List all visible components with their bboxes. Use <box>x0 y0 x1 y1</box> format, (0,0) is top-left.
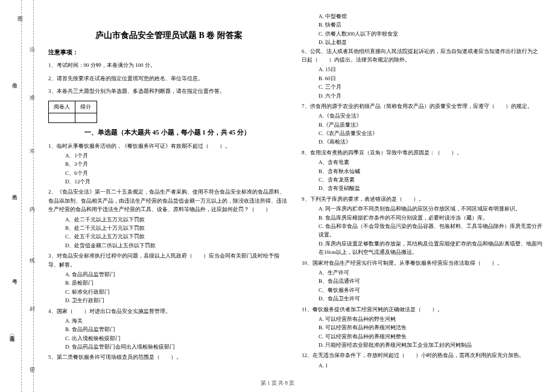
option: C. 食品和非食品（不会导致食品污染的食品容器、包装材料、工具等物品除外）库房无… <box>302 222 543 239</box>
question-11: 11、餐饮服务提供者加工经营河鲀的正确做法是（ ）。 <box>302 305 543 314</box>
binding-margin: 图 沿 单位 准 不 姓名 内 线 考号 封 市（区县） 密 <box>0 0 42 392</box>
option: B.《产品质量法》 <box>302 121 543 129</box>
option: A. 中型餐馆 <box>302 12 543 21</box>
option: A、生产许可 <box>302 268 543 277</box>
option: A. 可以经营所有品种的野生河鲀 <box>302 315 543 323</box>
left-questions: 1、临时从事餐饮服务活动的，《餐饮服务许可证》有效期不超过（ ）。A、1个月B、… <box>48 142 290 365</box>
notice-header: 注意事项： <box>48 48 290 57</box>
option: A、处二千元以上五万元以下罚款 <box>48 215 290 224</box>
option: D、处货值金额二倍以上五倍以下罚款 <box>48 241 290 250</box>
option: C. 可以经营所有品种的养殖河鲀整鱼 <box>302 332 543 341</box>
option: A.《食品安全法》 <box>302 112 543 120</box>
score-blank2 <box>75 113 97 122</box>
question-3: 3、对食品安全标准执行过程中的问题，县级以上人民政府（ ）应当会同有关部门及时给… <box>48 251 290 269</box>
page-footer: 第 1 页 共 8 页 <box>0 379 555 387</box>
option: A. 食品药品监管部门 <box>48 270 290 279</box>
option: C. 供餐人数300人以下的学校食堂 <box>302 30 543 38</box>
option: A. 15日 <box>302 65 543 74</box>
notice-2: 2、请首先按要求在试卷的指定位置填写您的姓名、单位等信息。 <box>48 75 290 83</box>
question-1: 1、临时从事餐饮服务活动的，《餐饮服务许可证》有效期不超过（ ）。 <box>48 142 290 150</box>
question-5: 5、第二类餐饮服务许可现场核查员的范围是（ ）。 <box>48 353 290 361</box>
option: A. 1 <box>302 361 543 370</box>
option: C、餐饮服务许可 <box>302 286 543 294</box>
option: B、处二千元以上十万元以下罚款 <box>48 224 290 232</box>
right-column: A. 中型餐馆B. 快餐店C. 供餐人数300人以下的学校食堂D. 以上都是6、… <box>302 12 543 371</box>
option: D. 六个月 <box>302 92 543 100</box>
option: C、含有龙葵素 <box>302 175 543 184</box>
option: A. 同一库房内贮存不同类别食品和物品的应区分存放区域，不同区域应有明显标识。 <box>302 204 543 213</box>
score-table: 阅卷人 得分 <box>48 101 97 123</box>
option: C.《农产品质量安全法》 <box>302 129 543 138</box>
question-4: 4、国家（ ）对进出口食品安全实施监督管理。 <box>48 307 290 315</box>
option: D. 库房内应设置足够数量的存放架，其结构及位置应能使贮存的食品和物品距离墙壁、… <box>302 239 543 257</box>
notice-3: 3、本卷共三大题型分别为单选题、多选题和判断题，请在指定位置作答。 <box>48 87 290 96</box>
right-questions: A. 中型餐馆B. 快餐店C. 供餐人数300人以下的学校食堂D. 以上都是6、… <box>302 12 543 371</box>
option: D. 只能经营经农业部批准的养殖河鲀加工企业加工好的河鲀制品 <box>302 341 543 349</box>
question-9: 9、下列关于库房的要求，表述错误的是（ ）。 <box>302 195 543 203</box>
question-2: 2、《食品安全法》第一百二十五条规定，食品生产者采购、使用不符合食品安全标准的食… <box>48 188 290 213</box>
option: A. 海关 <box>48 317 290 325</box>
question-6: 6、公民、法人或者其他组织直接向人民法院提起诉讼的，应当自知道或者应当知道作出行… <box>302 47 543 65</box>
option: B. 质检部门 <box>48 279 290 287</box>
option: B. 60日 <box>302 74 543 83</box>
notice-1: 1、考试时间：90 分钟，本卷满分为 100 分。 <box>48 62 290 70</box>
option: D、12个月 <box>48 177 290 186</box>
option: C、6个月 <box>48 169 290 177</box>
option: B. 食品库房应根据贮存条件的不同分别设置，必要时设冷冻（藏）库。 <box>302 213 543 222</box>
option: B、食品流通许可 <box>302 277 543 285</box>
question-7: 7、供食用的源于农业的初级产品（简称食用农产品）的质量安全管理，应遵守（ ）的规… <box>302 102 543 110</box>
option: D.《商检法》 <box>302 138 543 146</box>
option: D、食品卫生许可 <box>302 294 543 303</box>
question-8: 8、食用没有煮熟的四季豆（豆角）导致中毒的原因是：（ ）。 <box>302 148 543 157</box>
score-h2: 得分 <box>75 101 97 113</box>
option: B. 快餐店 <box>302 21 543 29</box>
question-12: 12、在无适当保存条件下，存放时间超过（ ）小时的熟食品，需再次利用的应充分加热… <box>302 351 543 359</box>
option: B. 可以经营所有品种的养殖河鲀活鱼 <box>302 323 543 332</box>
left-column: 庐山市食品安全管理员试题 B 卷 附答案 注意事项： 1、考试时间：90 分钟，… <box>48 12 290 371</box>
question-10: 10、国家对食品生产经营实行许可制度。从事餐饮服务经营应当依法取得（ ）。 <box>302 259 543 267</box>
option: A、1个月 <box>48 151 290 160</box>
option: C. 出入境检验检疫部门 <box>48 334 290 343</box>
option: B、3个月 <box>48 160 290 168</box>
main-content: 庐山市食品安全管理员试题 B 卷 附答案 注意事项： 1、考试时间：90 分钟，… <box>48 12 543 371</box>
option: D、含有亚硝酸盐 <box>302 184 543 192</box>
section1-header: 一、单选题（本大题共 45 小题，每小题 1 分，共 45 分） <box>84 128 290 137</box>
option: D. 以上都是 <box>302 38 543 46</box>
option: C、处五千元以上五万元以下罚款 <box>48 232 290 241</box>
exam-title: 庐山市食品安全管理员试题 B 卷 附答案 <box>48 30 290 41</box>
option: D. 卫生行政部门 <box>48 296 290 305</box>
score-h1: 阅卷人 <box>49 101 75 113</box>
binding-dashed-line-1 <box>21 0 22 392</box>
option: A、含有皂素 <box>302 158 543 166</box>
binding-dashed-line-2 <box>33 0 34 392</box>
option: C. 三个月 <box>302 83 543 91</box>
score-blank1 <box>49 113 75 122</box>
option: B、含有秋水仙碱 <box>302 167 543 175</box>
option: C. 标准化行政部门 <box>48 288 290 296</box>
option: D. 食品药品监管部门会同出入境检验检疫部门 <box>48 343 290 351</box>
option: B. 食品药品监管部门 <box>48 325 290 334</box>
